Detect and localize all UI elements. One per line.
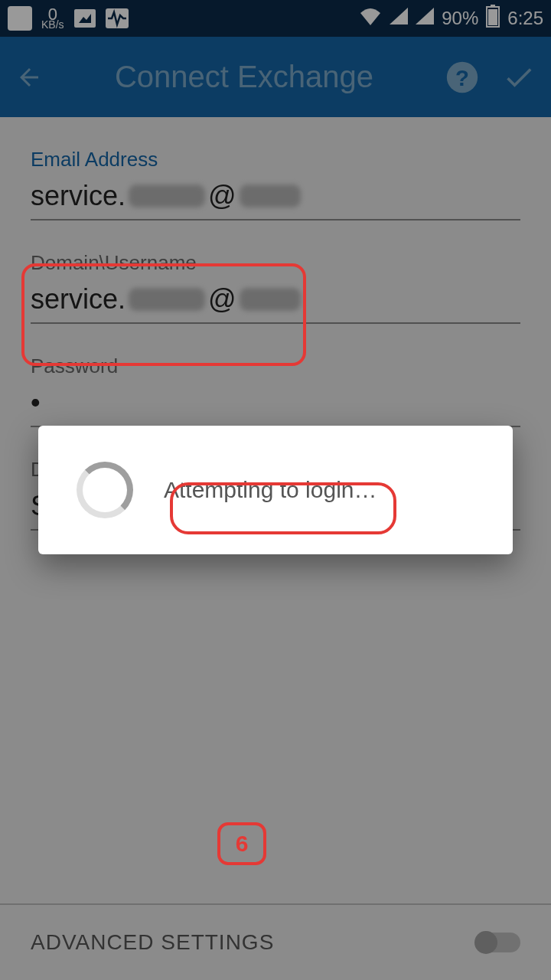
dialog-message: Attempting to login…	[164, 477, 377, 503]
modal-backdrop: Attempting to login…	[0, 0, 551, 980]
spinner-icon	[77, 462, 133, 518]
login-progress-dialog: Attempting to login…	[38, 426, 513, 554]
annotation-step-number: 6	[217, 822, 266, 865]
